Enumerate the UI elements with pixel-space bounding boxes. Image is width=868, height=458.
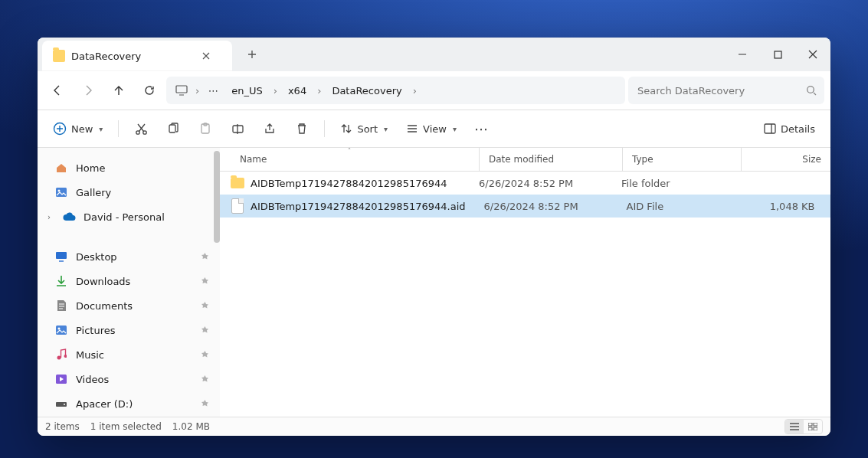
chevron-right-icon[interactable]: › xyxy=(44,213,54,221)
sort-indicator-icon: ˄ xyxy=(220,147,479,155)
details-pane-button[interactable]: Details xyxy=(756,116,823,142)
scissors-icon xyxy=(135,123,148,136)
svg-rect-21 xyxy=(808,423,812,426)
clipboard-icon xyxy=(199,123,211,135)
refresh-button[interactable] xyxy=(136,77,163,104)
up-button[interactable] xyxy=(105,77,133,104)
cut-button[interactable] xyxy=(126,116,156,142)
address-bar[interactable]: › ⋯ en_US › x64 › DataRecovery › xyxy=(166,77,625,104)
pin-icon[interactable] xyxy=(201,253,209,261)
back-button[interactable] xyxy=(44,77,71,104)
status-item-count: 2 items xyxy=(45,421,80,432)
sidebar-item-label: Downloads xyxy=(76,276,130,287)
minimize-button[interactable] xyxy=(725,38,760,71)
share-button[interactable] xyxy=(255,116,284,142)
column-header-name[interactable]: ˄ Name xyxy=(220,148,480,171)
sidebar-item-pictures[interactable]: Pictures xyxy=(38,318,220,342)
new-label: New xyxy=(71,123,93,135)
pin-icon[interactable] xyxy=(201,277,209,286)
svg-rect-11 xyxy=(56,188,67,197)
forward-button[interactable] xyxy=(74,77,102,104)
new-button[interactable]: New ▾ xyxy=(45,116,110,142)
chevron-right-icon[interactable]: › xyxy=(411,85,418,97)
pin-icon[interactable] xyxy=(201,375,209,384)
details-pane-icon xyxy=(764,123,776,135)
sort-button[interactable]: Sort ▾ xyxy=(332,116,395,142)
search-input[interactable] xyxy=(636,84,800,97)
body: Home Gallery › David - Personal D xyxy=(38,148,830,417)
file-explorer-window: DataRecovery xyxy=(38,38,830,436)
sidebar-item-drive[interactable]: Apacer (D:) xyxy=(38,391,220,416)
plus-circle-icon xyxy=(53,122,67,136)
pin-icon[interactable] xyxy=(201,302,209,310)
svg-rect-10 xyxy=(765,124,775,133)
titlebar: DataRecovery xyxy=(38,38,830,71)
svg-rect-1 xyxy=(176,86,187,93)
svg-rect-22 xyxy=(814,423,817,426)
table-row[interactable]: AIDBTemp171942788420129851769446/26/2024… xyxy=(220,172,830,195)
sidebar-item-videos[interactable]: Videos xyxy=(38,367,220,391)
tab-title: DataRecovery xyxy=(71,51,185,62)
view-large-icons-button[interactable] xyxy=(804,420,822,433)
sidebar-item-music[interactable]: Music xyxy=(38,342,220,367)
svg-point-16 xyxy=(57,356,61,360)
column-header-type[interactable]: Type xyxy=(623,148,742,171)
column-header-size[interactable]: Size xyxy=(742,148,830,171)
sidebar-item-label: Music xyxy=(76,349,104,361)
sidebar-item-label: Gallery xyxy=(76,187,111,198)
copy-button[interactable] xyxy=(159,116,188,142)
folder-icon xyxy=(231,176,244,190)
pc-icon[interactable] xyxy=(172,77,191,104)
chevron-right-icon[interactable]: › xyxy=(272,85,279,97)
status-size: 1.02 MB xyxy=(172,421,210,432)
sidebar-item-label: Pictures xyxy=(76,325,115,336)
rename-button[interactable] xyxy=(223,116,252,142)
file-rows: AIDBTemp171942788420129851769446/26/2024… xyxy=(220,172,830,417)
paste-button[interactable] xyxy=(191,116,220,142)
pin-icon[interactable] xyxy=(201,351,209,359)
svg-point-15 xyxy=(58,328,61,330)
new-tab-button[interactable] xyxy=(237,38,267,71)
svg-point-12 xyxy=(58,190,61,192)
close-tab-button[interactable] xyxy=(191,41,221,71)
breadcrumb-en-us[interactable]: en_US xyxy=(225,82,269,100)
sidebar-item-label: Documents xyxy=(76,300,133,312)
sidebar-item-label: Apacer (D:) xyxy=(76,398,133,410)
sidebar-item-downloads[interactable]: Downloads xyxy=(38,269,220,293)
search-box[interactable] xyxy=(628,77,824,104)
file-name: AIDBTemp17194278842012985176944.aid xyxy=(251,201,466,212)
breadcrumb-x64[interactable]: x64 xyxy=(282,82,313,100)
table-row[interactable]: AIDBTemp17194278842012985176944.aid6/26/… xyxy=(220,195,830,218)
breadcrumb-datarecovery[interactable]: DataRecovery xyxy=(326,82,408,100)
status-bar: 2 items 1 item selected 1.02 MB xyxy=(38,417,830,436)
chevron-right-icon[interactable]: › xyxy=(316,85,323,97)
sidebar-item-onedrive[interactable]: › David - Personal xyxy=(38,204,220,229)
pin-icon[interactable] xyxy=(201,400,209,408)
videos-icon xyxy=(54,372,68,386)
chevron-right-icon[interactable]: › xyxy=(194,85,201,97)
ellipsis-icon: ⋯ xyxy=(474,121,490,137)
chevron-down-icon: ▾ xyxy=(99,125,103,133)
sidebar-item-documents[interactable]: Documents xyxy=(38,293,220,318)
maximize-button[interactable] xyxy=(760,38,795,71)
recent-locations-button[interactable]: ⋯ xyxy=(204,77,222,104)
gallery-icon xyxy=(54,185,68,199)
view-button[interactable]: View ▾ xyxy=(398,116,464,142)
sort-icon xyxy=(340,123,352,135)
sidebar-item-gallery[interactable]: Gallery xyxy=(38,180,220,204)
rename-icon xyxy=(231,123,244,136)
share-icon xyxy=(264,123,276,135)
file-icon xyxy=(231,199,244,213)
sidebar-item-desktop[interactable]: Desktop xyxy=(38,244,220,269)
view-details-button[interactable] xyxy=(785,420,804,433)
pin-icon[interactable] xyxy=(201,326,209,335)
sidebar-item-label: Desktop xyxy=(76,251,117,263)
delete-button[interactable] xyxy=(287,116,316,142)
more-button[interactable]: ⋯ xyxy=(467,116,496,142)
search-icon xyxy=(806,85,817,96)
sidebar-item-home[interactable]: Home xyxy=(38,155,220,180)
tab-datarecovery[interactable]: DataRecovery xyxy=(42,41,232,71)
column-header-date[interactable]: Date modified xyxy=(480,148,623,171)
window-controls xyxy=(725,38,830,71)
close-window-button[interactable] xyxy=(795,38,830,71)
